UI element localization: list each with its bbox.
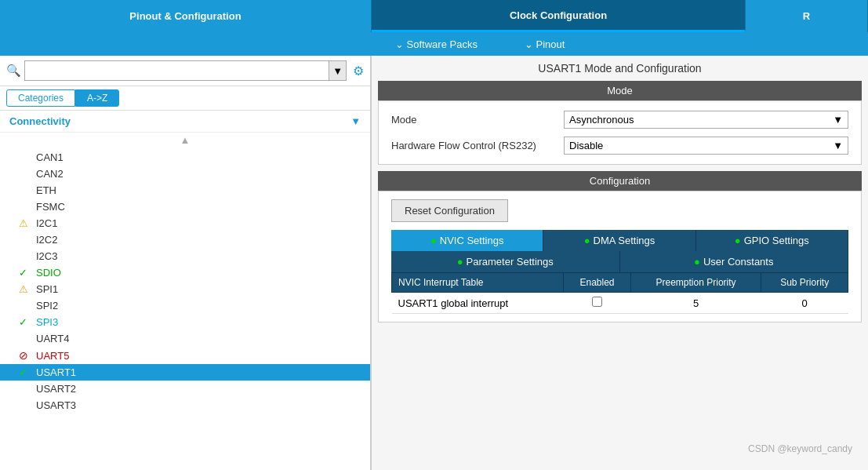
- check-icon: ✓: [19, 316, 33, 328]
- list-item[interactable]: USART2: [0, 381, 370, 397]
- nvic-check-icon: ●: [430, 235, 437, 246]
- gpio-check-icon: ●: [735, 235, 741, 246]
- warning-icon: ⚠: [19, 217, 33, 229]
- search-bar: 🔍 ▼ ⚙: [0, 56, 370, 86]
- warning-icon: ⚠: [19, 283, 33, 295]
- software-packs-label: ⌄ Software Packs: [395, 38, 478, 50]
- nvic-enabled-checkbox-cell: [564, 293, 630, 314]
- tab-parameter-settings[interactable]: ● Parameter Settings: [391, 251, 620, 272]
- mode-select-wrapper[interactable]: Asynchronous ▼: [564, 111, 848, 129]
- nvic-col-header-preemption: Preemption Priority: [630, 273, 761, 293]
- hw-flow-select-wrapper[interactable]: Disable ▼: [564, 137, 848, 155]
- reset-configuration-button[interactable]: Reset Configuration: [391, 199, 508, 222]
- list-item-sdio[interactable]: ✓ SDIO: [0, 264, 370, 281]
- hw-flow-row: Hardware Flow Control (RS232) Disable ▼: [391, 137, 848, 155]
- tab-user-constants[interactable]: ● User Constants: [620, 251, 849, 272]
- blocked-icon: ⊘: [19, 349, 33, 362]
- pinout-menu-label: ⌄ Pinout: [525, 38, 565, 50]
- tab-dma-label: DMA Settings: [594, 235, 656, 246]
- hw-flow-label: Hardware Flow Control (RS232): [391, 140, 564, 151]
- hw-flow-select-value: Disable: [569, 140, 603, 151]
- watermark: CSDN @keyword_candy: [748, 443, 852, 454]
- list-item-spi3[interactable]: ✓ SPI3: [0, 314, 370, 330]
- config-tabs-row1: ● NVIC Settings ● DMA Settings ● GPIO Se…: [391, 230, 848, 251]
- list-item[interactable]: UART4: [0, 330, 370, 347]
- search-input[interactable]: [25, 64, 329, 78]
- nvic-col-header-sub: Sub Priority: [761, 273, 848, 293]
- nvic-row-usart1: USART1 global interrupt 5 0: [392, 293, 848, 314]
- nvic-col-header-enabled: Enabled: [564, 273, 630, 293]
- category-label: Connectivity: [9, 115, 71, 127]
- mode-select-chevron-icon: ▼: [833, 114, 843, 126]
- list-item[interactable]: CAN2: [0, 166, 370, 182]
- tab-param-label: Parameter Settings: [467, 256, 554, 268]
- nvic-col-header-name: NVIC Interrupt Table: [392, 273, 564, 293]
- category-chevron-icon: ▼: [350, 115, 361, 127]
- search-icon: 🔍: [6, 64, 21, 78]
- right-tab-label: R: [803, 10, 810, 22]
- list-item[interactable]: I2C3: [0, 248, 370, 264]
- panel-title: USART1 Mode and Configuration: [372, 56, 868, 81]
- scroll-up-button[interactable]: ▲: [0, 133, 370, 148]
- nvic-preemption-value: 5: [630, 293, 761, 314]
- gear-icon[interactable]: ⚙: [353, 64, 364, 78]
- hw-flow-chevron-icon: ▼: [833, 140, 843, 151]
- tab-categories[interactable]: Categories: [6, 89, 75, 107]
- list-item[interactable]: ETH: [0, 182, 370, 199]
- check-icon: ✓: [19, 267, 33, 279]
- list-item-spi1[interactable]: ⚠ SPI1: [0, 281, 370, 297]
- nvic-enabled-checkbox[interactable]: [592, 297, 602, 307]
- nvic-interrupt-name: USART1 global interrupt: [392, 293, 564, 314]
- tab-user-label: User Constants: [703, 256, 774, 268]
- list-item[interactable]: FSMC: [0, 199, 370, 215]
- param-check-icon: ●: [457, 256, 463, 268]
- pinout-tab[interactable]: Pinout & Configuration: [0, 0, 372, 32]
- list-item[interactable]: I2C2: [0, 231, 370, 248]
- tab-nvic-settings[interactable]: ● NVIC Settings: [391, 230, 543, 251]
- config-section-content: Reset Configuration ● NVIC Settings ● DM…: [378, 191, 862, 322]
- category-header-connectivity[interactable]: Connectivity ▼: [0, 111, 370, 133]
- user-check-icon: ●: [694, 256, 700, 268]
- list-item[interactable]: CAN1: [0, 149, 370, 166]
- clock-tab-label: Clock Configuration: [510, 9, 607, 21]
- tab-dma-settings[interactable]: ● DMA Settings: [543, 230, 695, 251]
- list-item[interactable]: USART3: [0, 397, 370, 414]
- tab-az[interactable]: A->Z: [75, 89, 119, 107]
- list-item-i2c1[interactable]: ⚠ I2C1: [0, 215, 370, 231]
- dma-check-icon: ●: [584, 235, 590, 246]
- software-packs-menu[interactable]: ⌄ Software Packs: [372, 32, 501, 56]
- mode-section-header: Mode: [378, 81, 862, 100]
- nvic-interrupt-table: NVIC Interrupt Table Enabled Preemption …: [391, 272, 848, 314]
- search-dropdown-button[interactable]: ▼: [329, 61, 346, 80]
- pinout-tab-label: Pinout & Configuration: [129, 10, 241, 22]
- config-section-header: Configuration: [378, 171, 862, 191]
- mode-field-label: Mode: [391, 114, 564, 126]
- right-tab[interactable]: R: [746, 0, 868, 32]
- mode-panel-section: Mode Mode Asynchronous ▼ Hardware Flow C…: [378, 81, 862, 165]
- nvic-sub-value: 0: [761, 293, 848, 314]
- check-icon: ✓: [19, 366, 33, 378]
- item-scroll-area: ▲ CAN1 CAN2 ETH: [0, 133, 370, 470]
- connectivity-item-list: CAN1 CAN2 ETH FSMC ⚠: [0, 148, 370, 415]
- mode-section-content: Mode Asynchronous ▼ Hardware Flow Contro…: [378, 100, 862, 165]
- right-panel: USART1 Mode and Configuration Mode Mode …: [372, 56, 868, 470]
- tab-bar: Categories A->Z: [0, 86, 370, 111]
- config-panel-section: Configuration Reset Configuration ● NVIC…: [378, 171, 862, 322]
- mode-row: Mode Asynchronous ▼: [391, 111, 848, 129]
- tab-gpio-settings[interactable]: ● GPIO Settings: [696, 230, 848, 251]
- tab-nvic-label: NVIC Settings: [440, 235, 504, 246]
- pinout-menu[interactable]: ⌄ Pinout: [501, 32, 588, 56]
- list-item-usart1[interactable]: ✓ USART1: [0, 364, 370, 381]
- list-item[interactable]: SPI2: [0, 297, 370, 314]
- clock-tab[interactable]: Clock Configuration: [372, 0, 746, 32]
- tab-gpio-label: GPIO Settings: [744, 235, 809, 246]
- list-item-uart5[interactable]: ⊘ UART5: [0, 347, 370, 364]
- config-tabs-row2: ● Parameter Settings ● User Constants: [391, 251, 848, 272]
- mode-select-value: Asynchronous: [569, 114, 634, 126]
